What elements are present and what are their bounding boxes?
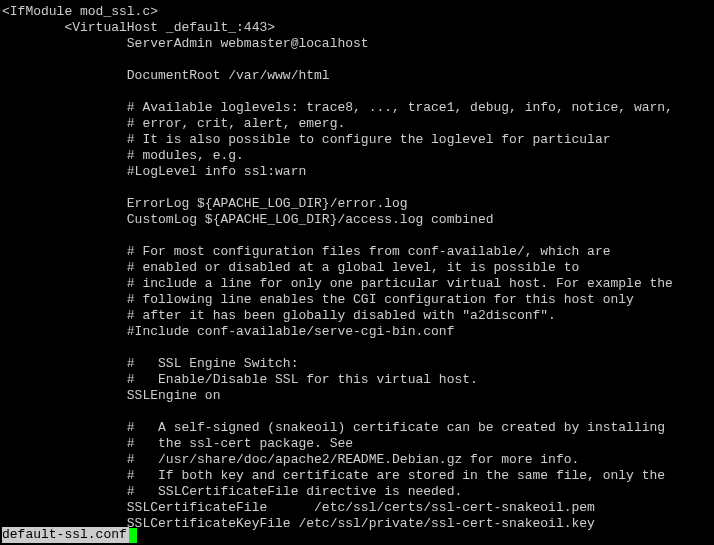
config-line xyxy=(2,84,712,100)
config-line: # Enable/Disable SSL for this virtual ho… xyxy=(2,372,712,388)
file-content: <IfModule mod_ssl.c> <VirtualHost _defau… xyxy=(2,4,712,532)
terminal-window: <IfModule mod_ssl.c> <VirtualHost _defau… xyxy=(0,0,714,545)
config-line xyxy=(2,404,712,420)
config-line xyxy=(2,228,712,244)
config-line xyxy=(2,180,712,196)
config-line: SSLEngine on xyxy=(2,388,712,404)
config-line: # error, crit, alert, emerg. xyxy=(2,116,712,132)
config-line: <VirtualHost _default_:443> xyxy=(2,20,712,36)
config-line: # For most configuration files from conf… xyxy=(2,244,712,260)
config-line: # include a line for only one particular… xyxy=(2,276,712,292)
config-line: <IfModule mod_ssl.c> xyxy=(2,4,712,20)
config-line: # enabled or disabled at a global level,… xyxy=(2,260,712,276)
config-line xyxy=(2,52,712,68)
config-line: ErrorLog ${APACHE_LOG_DIR}/error.log xyxy=(2,196,712,212)
cursor xyxy=(129,528,137,543)
config-line: # It is also possible to configure the l… xyxy=(2,132,712,148)
config-line: # after it has been globally disabled wi… xyxy=(2,308,712,324)
config-line: # following line enables the CGI configu… xyxy=(2,292,712,308)
config-line: #LogLevel info ssl:warn xyxy=(2,164,712,180)
config-line: # If both key and certificate are stored… xyxy=(2,468,712,484)
config-line: # SSL Engine Switch: xyxy=(2,356,712,372)
status-filename: default-ssl.conf xyxy=(2,527,129,543)
config-line: # A self-signed (snakeoil) certificate c… xyxy=(2,420,712,436)
config-line xyxy=(2,340,712,356)
config-line: # Available loglevels: trace8, ..., trac… xyxy=(2,100,712,116)
config-line: # /usr/share/doc/apache2/README.Debian.g… xyxy=(2,452,712,468)
config-line: CustomLog ${APACHE_LOG_DIR}/access.log c… xyxy=(2,212,712,228)
config-line: # the ssl-cert package. See xyxy=(2,436,712,452)
config-line: SSLCertificateFile /etc/ssl/certs/ssl-ce… xyxy=(2,500,712,516)
status-bar: default-ssl.conf xyxy=(2,527,137,543)
config-line: # SSLCertificateFile directive is needed… xyxy=(2,484,712,500)
config-line: ServerAdmin webmaster@localhost xyxy=(2,36,712,52)
config-line: #Include conf-available/serve-cgi-bin.co… xyxy=(2,324,712,340)
config-line: DocumentRoot /var/www/html xyxy=(2,68,712,84)
config-line: # modules, e.g. xyxy=(2,148,712,164)
